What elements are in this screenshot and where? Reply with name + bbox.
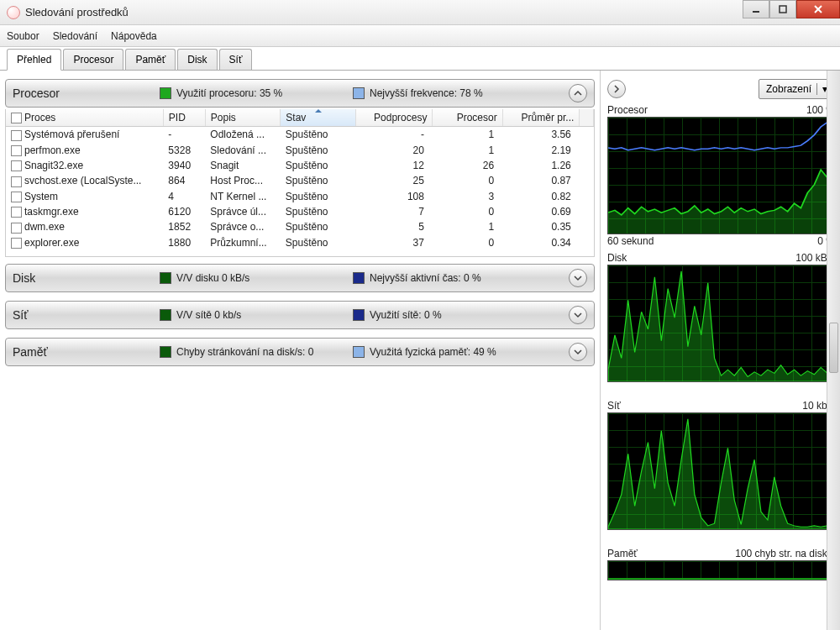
mini-chart-max: 100 chyb str. na disk/s bbox=[735, 548, 835, 559]
section-header-cpu[interactable]: Procesor Využití procesoru: 35 % Nejvyšš… bbox=[5, 79, 595, 108]
disk-active-label: Nejvyšší aktivní čas: 0 % bbox=[370, 272, 481, 284]
cpu-freq-label: Nejvyšší frekvence: 78 % bbox=[370, 87, 483, 99]
row-checkbox[interactable] bbox=[11, 145, 22, 156]
mem-faults-icon bbox=[160, 346, 171, 358]
expand-net-button[interactable] bbox=[569, 306, 587, 324]
tab-disk[interactable]: Disk bbox=[177, 49, 217, 70]
section-header-net[interactable]: Síť V/V sítě 0 kb/s Využití sítě: 0 % bbox=[5, 301, 595, 329]
table-row[interactable]: Snagit32.exe3940SnagitSpuštěno12261.26 bbox=[6, 158, 594, 173]
chevron-down-icon bbox=[574, 348, 582, 356]
disk-io-label: V/V disku 0 kB/s bbox=[176, 272, 249, 284]
app-icon bbox=[7, 6, 20, 19]
collapse-cpu-button[interactable] bbox=[569, 84, 587, 102]
row-checkbox[interactable] bbox=[11, 238, 22, 249]
expand-disk-button[interactable] bbox=[569, 269, 587, 287]
svg-marker-7 bbox=[608, 579, 834, 580]
mem-used-label: Využitá fyzická paměť: 49 % bbox=[370, 346, 496, 358]
section-title-cpu: Procesor bbox=[13, 87, 160, 100]
cpu-freq-icon bbox=[353, 87, 365, 99]
left-pane: Procesor Využití procesoru: 35 % Nejvyšš… bbox=[0, 71, 601, 630]
col-proces[interactable]: Proces bbox=[6, 109, 163, 127]
cpu-usage-icon bbox=[160, 87, 171, 99]
net-usage-icon bbox=[353, 309, 365, 321]
tab-prehled[interactable]: Přehled bbox=[7, 49, 61, 71]
right-scrollbar[interactable] bbox=[827, 71, 840, 630]
svg-marker-5 bbox=[608, 271, 834, 381]
cpu-usage-label: Využití procesoru: 35 % bbox=[176, 87, 282, 99]
section-title-mem: Paměť bbox=[13, 345, 160, 359]
table-row[interactable]: dwm.exe1852Správce o...Spuštěno510.35 bbox=[6, 219, 594, 234]
checkbox-all[interactable] bbox=[11, 113, 22, 123]
table-row[interactable]: Systémová přerušení-Odložená ...Spuštěno… bbox=[6, 127, 594, 143]
tab-sit[interactable]: Síť bbox=[219, 49, 253, 70]
table-row[interactable]: perfmon.exe5328Sledování ...Spuštěno2012… bbox=[6, 143, 594, 158]
menu-soubor[interactable]: Soubor bbox=[7, 30, 39, 42]
row-checkbox[interactable] bbox=[11, 223, 22, 234]
svg-rect-1 bbox=[780, 6, 786, 13]
svg-marker-4 bbox=[608, 164, 834, 234]
mini-chart-title: Disk bbox=[607, 252, 627, 264]
right-pane: Zobrazení ▾ Procesor100 %60 sekund0 %Dis… bbox=[601, 71, 840, 630]
col-popis[interactable]: Popis bbox=[205, 109, 281, 127]
process-table[interactable]: Proces PID Popis Stav Podprocesy Proceso… bbox=[5, 109, 595, 257]
mem-faults-label: Chyby stránkování na disk/s: 0 bbox=[176, 346, 313, 358]
row-checkbox[interactable] bbox=[11, 176, 22, 187]
window-title: Sledování prostředků bbox=[25, 6, 129, 18]
row-checkbox[interactable] bbox=[11, 130, 22, 141]
section-header-mem[interactable]: Paměť Chyby stránkování na disk/s: 0 Vyu… bbox=[5, 338, 595, 366]
menubar: Soubor Sledování Nápověda bbox=[0, 25, 840, 47]
mini-chart-title: Paměť bbox=[607, 548, 638, 559]
chevron-right-icon bbox=[612, 85, 621, 93]
view-label: Zobrazení bbox=[766, 83, 811, 95]
chevron-down-icon bbox=[574, 274, 582, 282]
mini-chart-procesor: Procesor100 %60 sekund0 % bbox=[607, 104, 835, 247]
net-io-label: V/V sítě 0 kb/s bbox=[176, 309, 241, 321]
col-prumer[interactable]: Průměr pr... bbox=[502, 109, 580, 127]
net-io-icon bbox=[160, 309, 171, 321]
table-row[interactable]: explorer.exe1880Průzkumní...Spuštěno3700… bbox=[6, 235, 594, 250]
section-header-disk[interactable]: Disk V/V disku 0 kB/s Nejvyšší aktivní č… bbox=[5, 264, 595, 292]
col-procesor[interactable]: Procesor bbox=[433, 109, 502, 127]
scroll-header bbox=[580, 109, 594, 127]
mini-chart-foot-left: 60 sekund bbox=[607, 235, 654, 247]
section-title-disk: Disk bbox=[13, 271, 160, 285]
tab-pamet[interactable]: Paměť bbox=[125, 49, 176, 70]
mini-chart-disk: Disk100 kB/s0 bbox=[607, 252, 835, 395]
menu-napoveda[interactable]: Nápověda bbox=[111, 30, 157, 42]
chevron-up-icon bbox=[574, 89, 582, 97]
table-row[interactable]: taskmgr.exe6120Správce úl...Spuštěno700.… bbox=[6, 204, 594, 219]
minimize-button[interactable] bbox=[743, 0, 769, 18]
net-usage-label: Využití sítě: 0 % bbox=[370, 309, 442, 321]
scrollbar-thumb[interactable] bbox=[829, 323, 838, 373]
chevron-down-icon bbox=[574, 311, 582, 319]
mem-used-icon bbox=[353, 346, 365, 358]
svg-marker-6 bbox=[608, 419, 834, 529]
col-podprocesy[interactable]: Podprocesy bbox=[355, 109, 433, 127]
mini-chart-paměť: Paměť100 chyb str. na disk/s bbox=[607, 548, 835, 580]
close-button[interactable] bbox=[796, 0, 840, 18]
col-pid[interactable]: PID bbox=[163, 109, 205, 127]
disk-active-icon bbox=[353, 272, 365, 284]
table-row[interactable]: System4NT Kernel ...Spuštěno10830.82 bbox=[6, 189, 594, 204]
mini-chart-title: Síť bbox=[607, 400, 621, 412]
menu-sledovani[interactable]: Sledování bbox=[53, 30, 97, 42]
titlebar: Sledování prostředků bbox=[0, 0, 840, 25]
disk-io-icon bbox=[160, 272, 171, 284]
mini-chart-síť: Síť10 kb/s0 bbox=[607, 400, 835, 543]
row-checkbox[interactable] bbox=[11, 207, 22, 218]
row-checkbox[interactable] bbox=[11, 192, 22, 202]
view-dropdown[interactable]: Zobrazení ▾ bbox=[759, 79, 835, 99]
tab-bar: Přehled Procesor Paměť Disk Síť bbox=[0, 47, 840, 71]
section-title-net: Síť bbox=[13, 308, 160, 322]
expand-mem-button[interactable] bbox=[569, 343, 587, 361]
table-row[interactable]: svchost.exe (LocalSyste...864Host Proc..… bbox=[6, 173, 594, 188]
col-stav[interactable]: Stav bbox=[281, 109, 356, 127]
mini-chart-title: Procesor bbox=[607, 104, 648, 116]
tab-procesor[interactable]: Procesor bbox=[63, 49, 123, 70]
nav-forward-button[interactable] bbox=[607, 80, 626, 98]
maximize-button[interactable] bbox=[769, 0, 796, 18]
row-checkbox[interactable] bbox=[11, 160, 22, 171]
sort-indicator-icon bbox=[315, 109, 322, 113]
